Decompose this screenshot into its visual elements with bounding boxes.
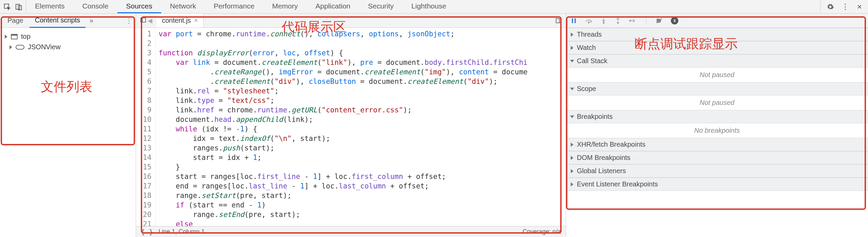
svg-rect-1 <box>16 4 20 9</box>
code-line[interactable]: start = idx + 1; <box>158 153 527 162</box>
expand-arrow-icon <box>10 45 12 49</box>
pause-on-exceptions-icon[interactable]: II <box>671 17 678 24</box>
code-line[interactable]: function displayError(error, loc, offset… <box>158 48 527 58</box>
chevron-right-icon <box>571 182 573 186</box>
code-line[interactable]: range.setEnd(pre, start); <box>158 210 527 219</box>
code-line[interactable]: var port = chrome.runtime.connect(), col… <box>158 29 527 39</box>
code-line[interactable]: .createElement("div"), closeButton = doc… <box>158 77 527 86</box>
tree-item-jsonview[interactable]: JSONView <box>0 42 136 52</box>
cursor-position: Line 1, Column 1 <box>158 228 205 235</box>
section-label: XHR/fetch Breakpoints <box>577 141 645 148</box>
deactivate-breakpoints-icon[interactable] <box>656 18 663 24</box>
code-line[interactable]: link.href = chrome.runtime.getURL("conte… <box>158 105 527 115</box>
code-line[interactable]: link.type = "text/css"; <box>158 96 527 105</box>
section-label: Scope <box>577 85 596 93</box>
code-editor-panel: ◀ content.js × 1234567891011121314151617… <box>136 14 566 237</box>
extension-cloud-icon <box>16 45 24 50</box>
device-toggle-icon[interactable] <box>15 3 22 11</box>
toolbar-tab-elements[interactable]: Elements <box>26 0 74 13</box>
page-tab[interactable]: Page <box>2 14 29 27</box>
code-line[interactable]: if (start == end - 1) <box>158 200 527 210</box>
expand-editor-icon[interactable] <box>551 18 566 24</box>
code-line[interactable]: ranges.push(start); <box>158 143 527 153</box>
toolbar-tab-sources[interactable]: Sources <box>117 0 161 13</box>
pause-resume-icon[interactable] <box>571 18 577 24</box>
file-tab-content-js[interactable]: content.js × <box>156 14 204 28</box>
code-line[interactable]: link.rel = "stylesheet"; <box>158 86 527 96</box>
svg-point-9 <box>588 22 589 23</box>
toolbar-tab-memory[interactable]: Memory <box>263 0 307 13</box>
close-tab-icon[interactable]: × <box>194 17 198 24</box>
step-over-icon[interactable] <box>585 18 592 24</box>
section-label: Breakpoints <box>577 113 613 121</box>
pretty-print-icon[interactable]: { } <box>141 228 153 236</box>
kebab-menu-icon[interactable]: ⋮ <box>842 2 850 11</box>
debugger-panel: II ThreadsWatchCall StackNot pausedScope… <box>566 14 868 237</box>
code-line[interactable]: idx = text.indexOf("\n", start); <box>158 134 527 143</box>
svg-rect-7 <box>572 18 573 23</box>
code-line[interactable]: .createRange(), imgError = document.crea… <box>158 67 527 77</box>
tree-item-label: JSONView <box>28 43 60 51</box>
toolbar-tab-performance[interactable]: Performance <box>205 0 263 13</box>
content-scripts-tab[interactable]: Content scripts <box>30 14 86 28</box>
code-line[interactable]: else <box>158 219 527 226</box>
more-options-icon[interactable]: ⋮ <box>126 17 132 25</box>
chevron-right-icon <box>571 169 573 173</box>
show-navigator-icon[interactable] <box>140 17 146 24</box>
section-label: Watch <box>577 44 596 52</box>
code-line[interactable]: document.head.appendChild(link); <box>158 115 527 124</box>
toolbar-tab-application[interactable]: Application <box>307 0 359 13</box>
chevron-right-icon <box>571 46 573 50</box>
close-devtools-icon[interactable]: × <box>857 2 862 12</box>
code-line[interactable]: range.setStart(pre, start); <box>158 191 527 200</box>
section-label: Global Listeners <box>577 167 626 175</box>
section-label: Threads <box>577 31 602 38</box>
editor-statusbar: { } Line 1, Column 1 Coverage: n/a <box>136 226 566 237</box>
section-body: No breakpoints <box>566 123 868 138</box>
step-out-icon[interactable] <box>615 18 621 24</box>
inspect-element-icon[interactable] <box>3 3 11 11</box>
code-content[interactable]: var port = chrome.runtime.connect(), col… <box>156 28 530 226</box>
code-line[interactable]: end = ranges[loc.last_line - 1] + loc.la… <box>158 181 527 191</box>
settings-gear-icon[interactable] <box>827 3 834 11</box>
debug-section-dom-breakpoints[interactable]: DOM Breakpoints <box>566 151 868 164</box>
tree-root-label: top <box>21 33 31 40</box>
file-navigator-panel: Page Content scripts » ⋮ top JSONView <box>0 14 136 237</box>
debug-section-breakpoints[interactable]: Breakpoints <box>566 110 868 123</box>
toolbar-tab-lighthouse[interactable]: Lighthouse <box>402 0 455 13</box>
debug-section-watch[interactable]: Watch <box>566 41 868 54</box>
code-line[interactable]: while (idx != -1) { <box>158 124 527 134</box>
debug-section-scope[interactable]: Scope <box>566 82 868 95</box>
debug-section-xhr-fetch-breakpoints[interactable]: XHR/fetch Breakpoints <box>566 138 868 151</box>
chevron-right-icon <box>571 156 573 160</box>
chevron-right-icon <box>571 143 573 147</box>
toolbar-tab-console[interactable]: Console <box>74 0 117 13</box>
svg-rect-5 <box>556 18 561 23</box>
debug-section-call-stack[interactable]: Call Stack <box>566 54 868 68</box>
expand-arrow-icon <box>5 35 7 39</box>
toolbar-tab-security[interactable]: Security <box>359 0 402 13</box>
step-icon[interactable] <box>629 18 637 24</box>
tree-root-top[interactable]: top <box>0 31 136 42</box>
step-into-icon[interactable] <box>601 18 607 24</box>
code-line[interactable]: } <box>158 162 527 172</box>
debug-section-threads[interactable]: Threads <box>566 28 868 41</box>
svg-rect-3 <box>141 18 146 22</box>
svg-point-10 <box>603 22 604 23</box>
chevron-right-icon <box>570 60 574 62</box>
toolbar-tab-network[interactable]: Network <box>161 0 205 13</box>
code-line[interactable] <box>158 39 527 48</box>
overflow-chevrons-icon[interactable]: » <box>86 17 97 24</box>
file-tab-label: content.js <box>162 17 191 24</box>
line-number-gutter: 123456789101112131415161718192021 <box>136 28 156 226</box>
debug-section-global-listeners[interactable]: Global Listeners <box>566 164 868 178</box>
svg-rect-8 <box>574 18 576 23</box>
frame-icon <box>11 34 18 39</box>
code-line[interactable]: start = ranges[loc.first_line - 1] + loc… <box>158 172 527 181</box>
code-editor[interactable]: 123456789101112131415161718192021 var po… <box>136 28 566 226</box>
code-line[interactable]: var link = document.createElement("link"… <box>158 58 527 67</box>
svg-point-12 <box>629 20 631 21</box>
history-back-icon[interactable]: ◀ <box>148 17 152 24</box>
debug-section-event-listener-breakpoints[interactable]: Event Listener Breakpoints <box>566 178 868 191</box>
debugger-toolbar: II <box>566 14 868 28</box>
